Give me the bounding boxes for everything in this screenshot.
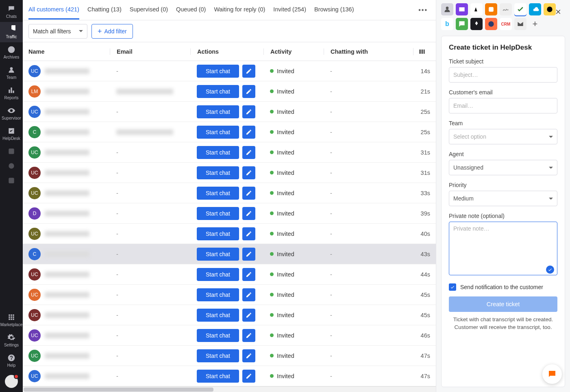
edit-button[interactable] bbox=[242, 85, 255, 98]
table-row[interactable]: UC-Start chatInvited-31s bbox=[23, 163, 436, 183]
table-row[interactable]: UC-Start chatInvited-25s bbox=[23, 102, 436, 122]
edit-button[interactable] bbox=[242, 146, 255, 159]
table-row[interactable]: CStart chatInvited-25s bbox=[23, 122, 436, 142]
start-chat-button[interactable]: Start chat bbox=[197, 65, 239, 78]
edit-button[interactable] bbox=[242, 370, 255, 383]
edit-button[interactable] bbox=[242, 349, 255, 362]
integration-tile-person[interactable] bbox=[441, 3, 453, 15]
notify-checkbox[interactable] bbox=[449, 283, 456, 291]
tab[interactable]: Supervised (0) bbox=[130, 0, 168, 20]
start-chat-button[interactable]: Start chat bbox=[197, 146, 239, 159]
table-row[interactable]: LMStart chatInvited-21s bbox=[23, 81, 436, 102]
match-filter-select[interactable]: Match all filters bbox=[28, 24, 87, 39]
col-actions-header[interactable]: Actions bbox=[190, 48, 263, 55]
nav-item-dim1[interactable] bbox=[0, 144, 23, 159]
edit-button[interactable] bbox=[242, 105, 255, 118]
edit-button[interactable] bbox=[242, 329, 255, 342]
start-chat-button[interactable]: Start chat bbox=[197, 187, 239, 200]
user-avatar[interactable] bbox=[5, 375, 18, 388]
start-chat-button[interactable]: Start chat bbox=[197, 207, 239, 220]
table-row[interactable]: UC-Start chatInvited-14s bbox=[23, 61, 436, 81]
col-chatting-header[interactable]: Chatting with bbox=[324, 48, 413, 55]
integration-tile-x[interactable] bbox=[470, 18, 483, 30]
tab[interactable]: All customers (421) bbox=[28, 0, 79, 20]
start-chat-button[interactable]: Start chat bbox=[197, 309, 239, 322]
integration-tile-circle[interactable] bbox=[485, 18, 497, 30]
integration-tile-sales[interactable] bbox=[529, 3, 541, 15]
edit-button[interactable] bbox=[242, 227, 255, 240]
tab[interactable]: Waiting for reply (0) bbox=[214, 0, 265, 20]
table-row[interactable]: UC-Start chatInvited-45s bbox=[23, 305, 436, 325]
team-select[interactable]: Select option bbox=[449, 129, 557, 144]
nav-item-team[interactable]: Team bbox=[0, 63, 23, 83]
edit-button[interactable] bbox=[242, 65, 255, 78]
integration-tile-crm[interactable]: CRM bbox=[500, 18, 512, 30]
chat-fab-button[interactable] bbox=[542, 364, 562, 384]
edit-button[interactable] bbox=[242, 207, 255, 220]
priority-select[interactable]: Medium bbox=[449, 191, 557, 206]
nav-item-settings[interactable]: Settings bbox=[0, 330, 23, 351]
tab[interactable]: Invited (254) bbox=[273, 0, 306, 20]
columns-toggle-button[interactable] bbox=[413, 48, 430, 55]
nav-item-helpdesk[interactable]: HelpDesk bbox=[0, 124, 23, 144]
start-chat-button[interactable]: Start chat bbox=[197, 370, 239, 383]
integration-tile-sig[interactable] bbox=[500, 3, 512, 15]
start-chat-button[interactable]: Start chat bbox=[197, 268, 239, 281]
agent-select[interactable]: Unassigned bbox=[449, 160, 557, 175]
table-row[interactable]: UC-Start chatInvited-31s bbox=[23, 142, 436, 163]
start-chat-button[interactable]: Start chat bbox=[197, 329, 239, 342]
integration-tile-b[interactable]: b bbox=[441, 18, 453, 30]
start-chat-button[interactable]: Start chat bbox=[197, 288, 239, 301]
close-panel-button[interactable] bbox=[552, 6, 564, 18]
nav-item-reports[interactable]: Reports bbox=[0, 83, 23, 103]
nav-item-supervisor[interactable]: Supervisor bbox=[0, 103, 23, 124]
start-chat-button[interactable]: Start chat bbox=[197, 349, 239, 362]
edit-button[interactable] bbox=[242, 126, 255, 139]
tab[interactable]: Browsing (136) bbox=[314, 0, 354, 20]
add-integration-button[interactable]: + bbox=[529, 18, 541, 30]
add-filter-button[interactable]: + Add filter bbox=[91, 24, 133, 39]
tabs-more-button[interactable]: ••• bbox=[416, 4, 430, 16]
table-row[interactable]: UC-Start chatInvited-45s bbox=[23, 285, 436, 305]
integration-tile-check[interactable] bbox=[514, 3, 526, 15]
nav-item-archives[interactable]: Archives bbox=[0, 42, 23, 63]
nav-item-dim3[interactable] bbox=[0, 173, 23, 188]
edit-button[interactable] bbox=[242, 166, 255, 179]
tab[interactable]: Queued (0) bbox=[176, 0, 206, 20]
nav-item-marketplace[interactable]: Marketplace bbox=[0, 310, 23, 330]
nav-item-traffic[interactable]: Traffic bbox=[0, 22, 23, 42]
edit-button[interactable] bbox=[242, 268, 255, 281]
integration-tile-dog[interactable] bbox=[470, 3, 483, 15]
subject-input[interactable] bbox=[449, 67, 557, 83]
edit-button[interactable] bbox=[242, 309, 255, 322]
start-chat-button[interactable]: Start chat bbox=[197, 126, 239, 139]
edit-button[interactable] bbox=[242, 288, 255, 301]
col-email-header[interactable]: Email bbox=[110, 48, 190, 55]
nav-item-dim2[interactable] bbox=[0, 159, 23, 173]
note-textarea[interactable] bbox=[449, 222, 557, 275]
table-row[interactable]: UC-Start chatInvited-33s bbox=[23, 183, 436, 203]
table-row[interactable]: C-Start chatInvited-43s bbox=[23, 244, 436, 264]
table-row[interactable]: UC-Start chatInvited-46s bbox=[23, 325, 436, 346]
nav-item-help[interactable]: Help bbox=[0, 351, 23, 371]
table-row[interactable]: UC-Start chatInvited-44s bbox=[23, 264, 436, 285]
start-chat-button[interactable]: Start chat bbox=[197, 248, 239, 261]
start-chat-button[interactable]: Start chat bbox=[197, 166, 239, 179]
integration-tile-blogger[interactable] bbox=[485, 3, 497, 15]
tab[interactable]: Chatting (13) bbox=[87, 0, 122, 20]
col-activity-header[interactable]: Activity bbox=[263, 48, 324, 55]
start-chat-button[interactable]: Start chat bbox=[197, 105, 239, 118]
nav-item-chats[interactable]: Chats bbox=[0, 2, 23, 22]
create-ticket-button[interactable]: Create ticket bbox=[449, 296, 557, 312]
edit-button[interactable] bbox=[242, 187, 255, 200]
table-row[interactable]: UC-Start chatInvited-47s bbox=[23, 366, 436, 386]
edit-button[interactable] bbox=[242, 248, 255, 261]
table-row[interactable]: UC-Start chatInvited-40s bbox=[23, 224, 436, 244]
start-chat-button[interactable]: Start chat bbox=[197, 85, 239, 98]
integration-tile-proton[interactable] bbox=[456, 3, 468, 15]
horizontal-scrollbar[interactable] bbox=[23, 386, 436, 392]
integration-tile-msg[interactable] bbox=[456, 18, 468, 30]
start-chat-button[interactable]: Start chat bbox=[197, 227, 239, 240]
email-input[interactable] bbox=[449, 98, 557, 113]
table-row[interactable]: D-Start chatInvited-39s bbox=[23, 203, 436, 224]
